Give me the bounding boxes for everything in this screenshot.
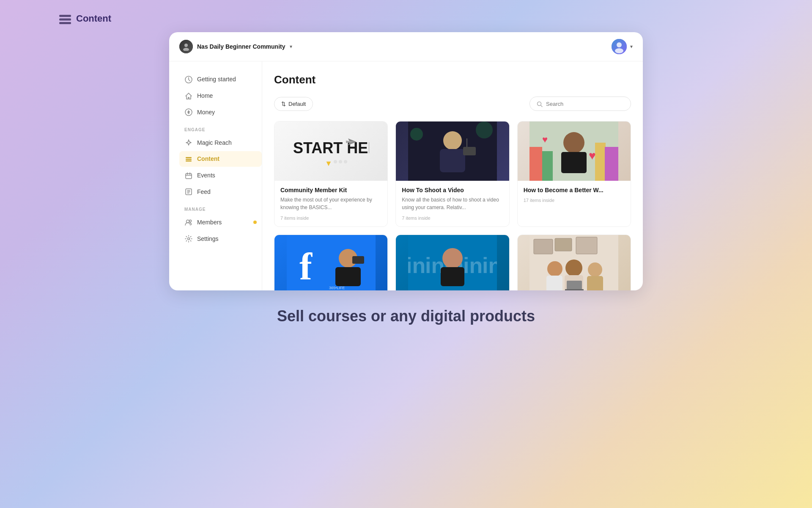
content-nav-icon <box>184 155 193 163</box>
sidebar-item-members[interactable]: Members <box>179 214 262 230</box>
sidebar-item-settings[interactable]: Settings <box>179 231 262 246</box>
content-card-shoot-video[interactable]: How To Shoot a Video Know all the basics… <box>395 121 509 227</box>
sidebar-item-events[interactable]: Events <box>179 168 262 183</box>
svg-text:♥: ♥ <box>589 149 596 162</box>
svg-rect-27 <box>463 147 476 155</box>
svg-text:♥: ♥ <box>542 134 548 145</box>
top-bar-title: Content <box>76 13 111 24</box>
svg-rect-53 <box>441 267 464 286</box>
sidebar-item-label: Getting started <box>197 76 236 83</box>
content-card-community-member-kit[interactable]: START HERE! ▼ <box>274 121 388 227</box>
manage-section-label: MANAGE <box>179 200 262 214</box>
getting-started-icon <box>184 75 193 83</box>
svg-rect-26 <box>440 149 465 172</box>
svg-rect-12 <box>186 160 192 162</box>
svg-point-61 <box>565 260 582 276</box>
sort-label: Default <box>288 101 306 107</box>
svg-rect-65 <box>567 281 582 290</box>
svg-rect-10 <box>186 157 192 158</box>
svg-rect-60 <box>546 276 562 290</box>
svg-rect-43 <box>335 267 361 286</box>
community-avatar-inner <box>179 40 193 53</box>
svg-rect-36 <box>595 143 606 181</box>
svg-point-59 <box>547 261 562 276</box>
card-description: Know all the basics of how to shoot a vi… <box>402 196 503 211</box>
svg-point-17 <box>188 237 190 240</box>
svg-point-6 <box>617 42 622 47</box>
svg-rect-58 <box>576 237 597 254</box>
card-info: How To Shoot a Video Know all the basics… <box>396 181 509 226</box>
svg-point-7 <box>615 48 623 53</box>
chevron-down-icon: ▾ <box>290 44 292 50</box>
sidebar-item-feed[interactable]: Feed <box>179 184 262 200</box>
svg-text:in: in <box>408 253 425 278</box>
card-title: How to Become a Better W... <box>524 187 625 193</box>
svg-rect-57 <box>555 238 572 251</box>
header-right: ▾ <box>612 39 633 54</box>
card-thumbnail <box>518 235 631 290</box>
content-grid: START HERE! ▼ <box>274 121 631 290</box>
svg-point-32 <box>563 132 584 153</box>
svg-text:in: in <box>482 253 497 278</box>
svg-point-4 <box>183 48 189 51</box>
community-selector[interactable]: Nas Daily Beginner Community ▾ <box>179 40 292 53</box>
svg-rect-34 <box>529 147 542 181</box>
magic-reach-icon <box>184 138 193 146</box>
search-box <box>529 97 631 111</box>
content-card-better-writer[interactable]: ♥ ♥ How to Become a Better W... 17 items… <box>517 121 631 227</box>
svg-rect-2 <box>59 22 71 24</box>
sidebar-item-magic-reach[interactable]: Magic Reach <box>179 135 262 150</box>
sort-icon: ⇅ <box>281 101 286 107</box>
svg-rect-64 <box>587 276 603 290</box>
content-toolbar: ⇅ Default <box>274 97 631 111</box>
svg-text:in: in <box>463 253 483 278</box>
card-items-count: 17 items inside <box>524 198 625 203</box>
svg-rect-0 <box>59 15 71 17</box>
card-header: Nas Daily Beginner Community ▾ ▾ <box>169 32 643 61</box>
card-thumbnail: in in in in in <box>396 235 509 290</box>
svg-rect-44 <box>352 256 364 264</box>
content-card-final-cut-pro[interactable]: Nas Daily Final Cut Pro for ... <box>517 235 631 290</box>
search-input[interactable] <box>546 101 624 107</box>
card-info: How to Become a Better W... 17 items ins… <box>518 181 631 209</box>
sort-button[interactable]: ⇅ Default <box>274 97 313 111</box>
content-card-facebook[interactable]: f 365•LIFE How to Crush it on Facebo... <box>274 235 388 290</box>
sidebar-item-getting-started[interactable]: Getting started <box>179 72 262 87</box>
sidebar-item-label: Events <box>197 172 215 179</box>
community-name: Nas Daily Beginner Community <box>197 43 285 50</box>
card-thumbnail <box>396 121 509 181</box>
svg-point-22 <box>339 160 342 163</box>
svg-point-18 <box>538 102 541 106</box>
money-icon <box>184 108 193 116</box>
content-card-linkedin[interactable]: in in in in in LinkedIn Marketing <box>395 235 509 290</box>
svg-rect-33 <box>561 152 587 173</box>
card-thumbnail: f 365•LIFE <box>274 235 387 290</box>
members-icon <box>184 218 193 226</box>
events-icon <box>184 171 193 179</box>
sidebar-item-money[interactable]: Money <box>179 105 262 120</box>
svg-rect-1 <box>59 18 71 20</box>
svg-point-30 <box>476 121 493 138</box>
members-notification-badge <box>253 221 257 224</box>
sidebar-item-content[interactable]: Content <box>179 151 262 167</box>
svg-point-3 <box>184 44 188 47</box>
svg-text:f: f <box>299 246 313 287</box>
svg-rect-56 <box>534 239 553 254</box>
content-page-title: Content <box>274 73 631 86</box>
card-title: How To Shoot a Video <box>402 187 503 193</box>
card-title: Community Member Kit <box>280 187 381 193</box>
main-card: Nas Daily Beginner Community ▾ ▾ <box>169 32 643 290</box>
top-bar: Content <box>0 0 812 25</box>
card-description: Make the most out of your experience by … <box>280 196 381 211</box>
svg-rect-13 <box>186 174 192 179</box>
svg-point-25 <box>443 131 462 150</box>
user-avatar[interactable] <box>612 39 627 54</box>
card-info: Community Member Kit Make the most out o… <box>274 181 387 226</box>
card-thumbnail: ♥ ♥ <box>518 121 631 181</box>
sidebar-item-label: Settings <box>197 235 219 242</box>
sidebar-item-label: Content <box>197 155 219 162</box>
sidebar-item-home[interactable]: Home <box>179 88 262 104</box>
home-icon <box>184 92 193 100</box>
sidebar-item-label: Money <box>197 109 215 116</box>
main-content-area: Content ⇅ Default <box>262 61 643 290</box>
